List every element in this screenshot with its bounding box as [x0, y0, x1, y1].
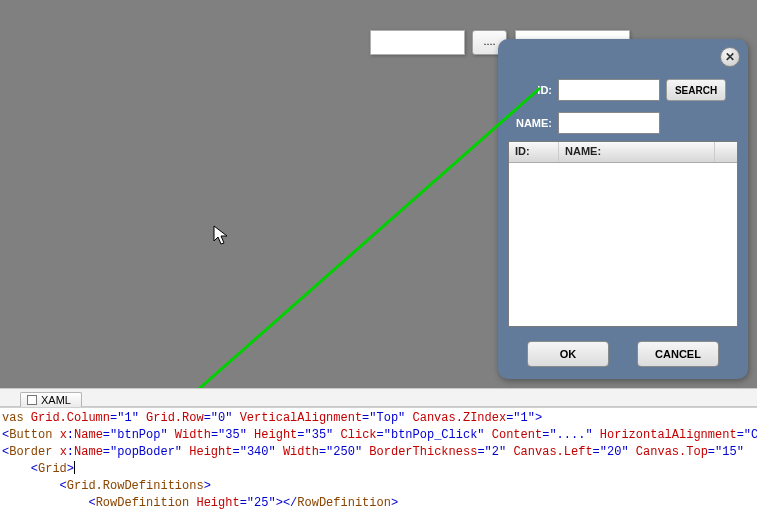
- popup-buttons: OK CANCEL: [500, 341, 746, 367]
- cancel-button[interactable]: CANCEL: [637, 341, 719, 367]
- design-surface: .... ✕ ID: SEARCH NAME: ID: NAME: OK CAN…: [0, 0, 757, 388]
- xaml-code-editor[interactable]: vas Grid.Column="1" Grid.Row="0" Vertica…: [0, 407, 757, 511]
- name-input[interactable]: [558, 112, 660, 134]
- cursor-icon: [213, 225, 229, 247]
- grid-col-name: NAME:: [559, 142, 715, 162]
- id-input[interactable]: [558, 79, 660, 101]
- grid-col-spacer: [715, 142, 737, 162]
- grid-col-id: ID:: [509, 142, 559, 162]
- close-icon[interactable]: ✕: [720, 47, 740, 67]
- name-label: NAME:: [510, 117, 552, 129]
- tab-label: XAML: [41, 394, 71, 406]
- tab-icon: [27, 395, 37, 405]
- tab-xaml[interactable]: XAML: [20, 392, 82, 407]
- id-row: ID: SEARCH: [510, 79, 726, 101]
- id-label: ID:: [510, 84, 552, 96]
- text-caret: [74, 461, 75, 474]
- grid-header: ID: NAME:: [509, 142, 737, 163]
- popup-panel: ✕ ID: SEARCH NAME: ID: NAME: OK CANCEL: [498, 39, 748, 379]
- ok-button[interactable]: OK: [527, 341, 609, 367]
- results-grid[interactable]: ID: NAME:: [508, 141, 738, 327]
- textbox-1[interactable]: [370, 30, 465, 55]
- tab-strip: XAML: [0, 388, 757, 407]
- name-row: NAME:: [510, 112, 660, 134]
- search-button[interactable]: SEARCH: [666, 79, 726, 101]
